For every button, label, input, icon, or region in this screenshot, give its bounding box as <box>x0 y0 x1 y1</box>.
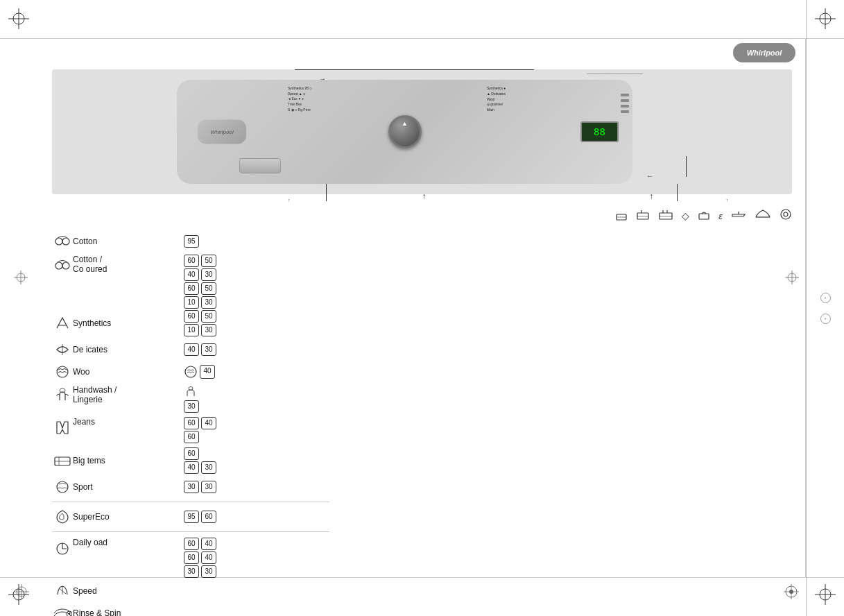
svg-point-39 <box>55 238 62 245</box>
handwash-temp-icon <box>184 385 198 399</box>
svg-point-57 <box>69 613 71 615</box>
program-row-synthetics: Synthetics 60 50 10 30 <box>52 310 792 336</box>
wool-icon-badge <box>184 365 198 379</box>
cotton-icon <box>52 232 73 250</box>
icon-tub-empty <box>615 209 628 223</box>
synthetics-label: Synthetics <box>73 318 184 328</box>
big-items-icon <box>52 452 73 470</box>
program-row-supereco: SuperEco 95 60 <box>52 508 792 526</box>
program-row-cotton: Cotton 95 <box>52 232 792 250</box>
page-border-top <box>0 38 844 39</box>
svg-rect-27 <box>637 213 648 219</box>
divider-1 <box>52 502 329 502</box>
program-row-wool: Woo 40 <box>52 363 792 381</box>
sport-temps: 30 30 <box>184 481 216 493</box>
delicates-temps: 40 30 <box>184 343 216 356</box>
control-panel-area: Whirlpool Synthetics 95 ◇ Speed ▲ ♦ ◄ Ec… <box>52 69 792 194</box>
sport-icon <box>52 478 73 496</box>
vline-1 <box>326 184 327 201</box>
option-buttons <box>621 94 629 113</box>
wool-icon <box>52 363 73 381</box>
program-row-sport: Sport 30 30 <box>52 478 792 496</box>
rinse-spin-label: Rinse & Spin <box>73 608 184 616</box>
display-value: 88 <box>594 126 605 137</box>
strip-mark-1: + <box>820 293 831 303</box>
arrow-up-right: ↑ <box>649 191 653 201</box>
wool-temps: 40 <box>184 365 215 379</box>
svg-point-42 <box>62 262 69 269</box>
arrow-display: ← <box>646 172 653 180</box>
icon-tub-one-bar <box>636 208 650 223</box>
daily-load-label: Daily oad <box>73 538 184 547</box>
hline-top <box>340 69 479 70</box>
program-labels-left: Synthetics 95 ◇ Speed ▲ ♦ ◄ Eco ▼ ♦ Tme … <box>288 85 364 112</box>
program-row-big-items: Big tems 60 40 30 <box>52 447 792 474</box>
right-strip: + + <box>806 0 844 616</box>
sport-label: Sport <box>73 482 184 492</box>
supereco-label: SuperEco <box>73 512 184 522</box>
icon-iron-low <box>731 209 746 222</box>
program-row-handwash: Handwash /Lingerie 30 <box>52 385 792 413</box>
svg-rect-30 <box>660 213 672 219</box>
program-row-rinse-spin: Rinse & Spin <box>52 604 792 616</box>
icon-e-symbol: ε <box>718 211 723 221</box>
svg-point-38 <box>784 212 788 216</box>
cotton-temp-95: 95 <box>184 235 199 248</box>
arrow-up-knob: ↑ <box>422 191 427 201</box>
label-annotation-right: ─────────────────── <box>587 71 643 76</box>
program-row-jeans: Jeans 60 40 60 <box>52 417 792 443</box>
big-items-label: Big tems <box>73 456 184 465</box>
label-below-panel-right: ↑ <box>726 198 729 203</box>
supereco-temps: 95 60 <box>184 511 216 523</box>
speed-label: Speed <box>73 586 184 596</box>
divider-2 <box>52 531 329 532</box>
big-items-temps: 60 40 30 <box>184 447 216 474</box>
hline-top2 <box>479 69 534 70</box>
synthetics-temps: 60 50 10 30 <box>184 310 216 336</box>
speed-icon <box>52 582 73 600</box>
icon-tub-two-bars <box>658 208 673 223</box>
display-screen: 88 <box>580 121 619 142</box>
brand-name: Whirlpool <box>747 49 782 57</box>
supereco-icon <box>52 508 73 526</box>
programs-table: Cotton 95 Cotton /Co oured 60 50 <box>52 232 792 616</box>
machine-panel: Whirlpool Synthetics 95 ◇ Speed ▲ ♦ ◄ Ec… <box>177 80 632 184</box>
handwash-label: Handwash /Lingerie <box>73 385 184 405</box>
icon-diamond: ◇ <box>682 210 689 221</box>
cotton-temps: 95 <box>184 235 792 248</box>
jeans-icon <box>52 418 73 436</box>
label-below-panel-left: ↑ <box>288 198 291 203</box>
daily-load-icon <box>52 539 73 557</box>
panel-brand-logo: Whirlpool <box>198 120 246 144</box>
icon-drip <box>755 209 771 223</box>
wash-icons-row: ◇ ε <box>615 208 792 223</box>
cotton-coloured-temps: 60 50 40 30 60 50 10 30 <box>184 255 216 309</box>
svg-point-37 <box>781 209 791 219</box>
cross-mark-left <box>14 271 28 287</box>
program-row-cotton-coloured: Cotton /Co oured 60 50 40 30 60 50 10 30 <box>52 255 792 309</box>
svg-point-46 <box>185 366 196 377</box>
soap-drawer <box>239 158 281 173</box>
cotton-coloured-label: Cotton /Co oured <box>73 255 184 275</box>
strip-mark-2: + <box>820 314 831 324</box>
svg-rect-34 <box>699 214 709 219</box>
jeans-label: Jeans <box>73 417 184 427</box>
delicates-icon <box>52 341 73 359</box>
daily-load-temps: 60 40 60 40 30 30 <box>184 538 216 578</box>
icon-tub-hand <box>698 208 710 223</box>
brand-logo: Whirlpool <box>733 43 795 62</box>
jeans-temps: 60 40 60 <box>184 417 216 443</box>
svg-point-40 <box>62 238 69 245</box>
svg-point-41 <box>55 262 62 269</box>
program-row-speed: Speed <box>52 582 792 600</box>
bottom-section: ◇ ε Cotton 95 <box>52 208 792 588</box>
cross-mark-bottom-left <box>14 584 29 602</box>
delicates-label: De icates <box>73 345 184 354</box>
program-row-daily-load: Daily oad 60 40 60 40 30 30 <box>52 538 792 578</box>
cotton-label: Cotton <box>73 237 184 246</box>
synthetics-icon <box>52 314 73 332</box>
vline-2 <box>677 184 678 201</box>
program-labels-right: Synthetics ♦ ▲ Delicates Wool ◎ gramme/ … <box>487 85 542 112</box>
corner-mark-tl <box>8 8 29 29</box>
program-knob[interactable]: ▲ <box>388 115 422 148</box>
